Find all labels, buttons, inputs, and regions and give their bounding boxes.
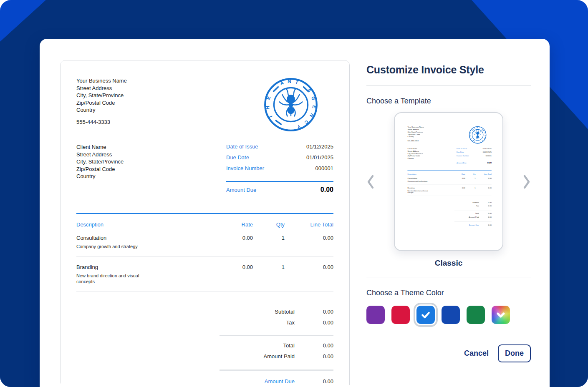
- subtotal-label: Subtotal: [220, 309, 295, 315]
- line-item-total: 0.00: [285, 264, 333, 284]
- line-item-name: Consultation: [76, 235, 106, 241]
- theme-color-royal-blue[interactable]: [442, 306, 460, 324]
- amount-due-header-row: Amount Due 0.00: [226, 186, 333, 194]
- business-name: Your Business Name: [76, 77, 127, 85]
- table-top-rule: [407, 170, 491, 171]
- theme-color-green[interactable]: [467, 306, 485, 324]
- ant-agency-logo-icon: ANT AGENCY THE: [469, 126, 487, 144]
- amount-due-total-row: Amount Due 0.00: [220, 378, 333, 387]
- color-section-label: Choose a Theme Color: [366, 289, 531, 297]
- client-address-block: Client Name Street Address City, State/P…: [76, 143, 226, 194]
- template-preview-slot: Your Business Name Street Address City, …: [402, 121, 497, 243]
- meta-row-due-date: Due Date 01/01/2025: [226, 154, 333, 165]
- tax-value: 0.00: [295, 319, 333, 326]
- meta-rule: [226, 181, 333, 182]
- business-country: Country: [407, 136, 424, 138]
- line-items-header: Description Rate Qty Line Total: [407, 173, 491, 175]
- theme-color-custom-picker[interactable]: [492, 306, 510, 324]
- template-carousel: Your Business Name Street Address City, …: [366, 112, 531, 251]
- subtotal-row: Subtotal 0.00: [454, 201, 492, 205]
- total-label: Total: [454, 212, 479, 214]
- client-zip: Zip/Postal Code: [76, 166, 226, 173]
- amount-due-value: 0.00: [320, 186, 333, 194]
- amount-due-label: Amount Due: [226, 187, 256, 193]
- panel-title: Customize Invoice Style: [366, 64, 531, 76]
- amount-due-total-label: Amount Due: [454, 224, 479, 226]
- row-divider: [76, 292, 333, 292]
- invoice-number-value: 000001: [486, 155, 492, 157]
- business-city: City, State/Province: [76, 92, 127, 99]
- amount-paid-value: 0.00: [479, 216, 492, 218]
- totals-double-divider: [454, 221, 492, 221]
- customize-invoice-dialog: Your Business Name Street Address City, …: [40, 39, 550, 387]
- tax-value: 0.00: [479, 205, 492, 207]
- amount-due-header-row: Amount Due 0.00: [457, 161, 492, 164]
- invoice-number-label: Invoice Number: [226, 165, 264, 171]
- rate-header: Rate: [214, 221, 253, 228]
- svg-text:THE: THE: [265, 90, 274, 119]
- amount-due-total-label: Amount Due: [220, 378, 295, 384]
- ant-agency-logo-icon: ANT AGENCY THE: [263, 77, 318, 132]
- line-item-rate: 0.00: [214, 235, 253, 249]
- due-date-label: Due Date: [457, 151, 464, 153]
- amount-due-total-value: 0.00: [479, 224, 492, 226]
- qty-header: Qty: [465, 173, 476, 175]
- line-item-rate: 0.00: [452, 177, 465, 182]
- due-date-value: 01/01/2025: [306, 154, 333, 161]
- theme-color-purple[interactable]: [366, 306, 385, 324]
- app-background: Your Business Name Street Address City, …: [0, 0, 588, 387]
- meta-row-date-of-issue: Date of Issue 01/12/2025: [226, 143, 333, 154]
- template-card-classic[interactable]: Your Business Name Street Address City, …: [394, 112, 503, 251]
- tax-row: Tax 0.00: [454, 205, 492, 208]
- line-item-total: 0.00: [285, 235, 333, 249]
- business-name: Your Business Name: [407, 126, 424, 128]
- line-item-name: Consultation: [407, 177, 417, 179]
- theme-color-red[interactable]: [391, 306, 410, 324]
- invoice-paper: Your Business Name Street Address City, …: [60, 60, 350, 387]
- tax-label: Tax: [454, 205, 479, 207]
- cancel-button[interactable]: Cancel: [464, 349, 489, 358]
- totals-block: Subtotal 0.00 Tax 0.00 Total 0.00 Amount…: [454, 201, 492, 228]
- line-item-description: Branding New brand direction and visual …: [407, 187, 452, 194]
- invoice-meta-block: Date of Issue 01/12/2025 Due Date 01/01/…: [226, 143, 333, 194]
- invoice-mid-section: Client Name Street Address City, State/P…: [407, 148, 491, 164]
- subtotal-value: 0.00: [295, 309, 333, 315]
- invoice-meta-block: Date of Issue 01/12/2025 Due Date 01/01/…: [457, 148, 492, 164]
- line-item-qty: 1: [253, 235, 285, 249]
- line-item-description: Consultation Company growth and strategy: [76, 235, 214, 249]
- totals-double-divider: [220, 369, 333, 371]
- template-previous-button[interactable]: [366, 174, 375, 189]
- due-date-label: Due Date: [226, 154, 249, 161]
- amount-paid-row: Amount Paid 0.00: [454, 216, 492, 219]
- total-row: Total 0.00: [220, 342, 333, 353]
- subtotal-label: Subtotal: [454, 201, 479, 204]
- line-item-rate: 0.00: [452, 187, 465, 194]
- line-item-description: Branding New brand direction and visual …: [76, 264, 214, 284]
- line-item-name: Branding: [76, 264, 98, 270]
- template-next-button[interactable]: [522, 174, 531, 189]
- qty-header: Qty: [253, 221, 285, 228]
- subtotal-row: Subtotal 0.00: [220, 309, 333, 319]
- subtotal-value: 0.00: [479, 201, 492, 204]
- business-zip: Zip/Postal Code: [76, 99, 127, 107]
- total-label: Total: [220, 342, 295, 349]
- meta-row-invoice-number: Invoice Number 000001: [457, 155, 492, 158]
- line-item-qty: 1: [465, 187, 476, 194]
- ant-icon: [280, 89, 303, 116]
- business-country: Country: [76, 106, 127, 114]
- done-button[interactable]: Done: [498, 344, 531, 362]
- line-item-row: Branding New brand direction and visual …: [407, 185, 491, 194]
- line-item-name: Branding: [407, 187, 414, 189]
- theme-color-azure-blue-selected[interactable]: [416, 306, 435, 324]
- rate-header: Rate: [452, 173, 465, 175]
- client-country: Country: [407, 157, 457, 160]
- line-item-subtext: Company growth and strategy: [407, 180, 431, 182]
- panel-divider: [366, 335, 531, 335]
- client-name: Client Name: [76, 143, 226, 151]
- business-city: City, State/Province: [407, 131, 424, 133]
- panel-divider: [366, 277, 531, 277]
- client-country: Country: [76, 173, 226, 180]
- template-section-label: Choose a Template: [366, 97, 531, 106]
- line-item-subtext: New brand direction and visual concepts: [407, 190, 431, 194]
- theme-color-row: [366, 306, 531, 324]
